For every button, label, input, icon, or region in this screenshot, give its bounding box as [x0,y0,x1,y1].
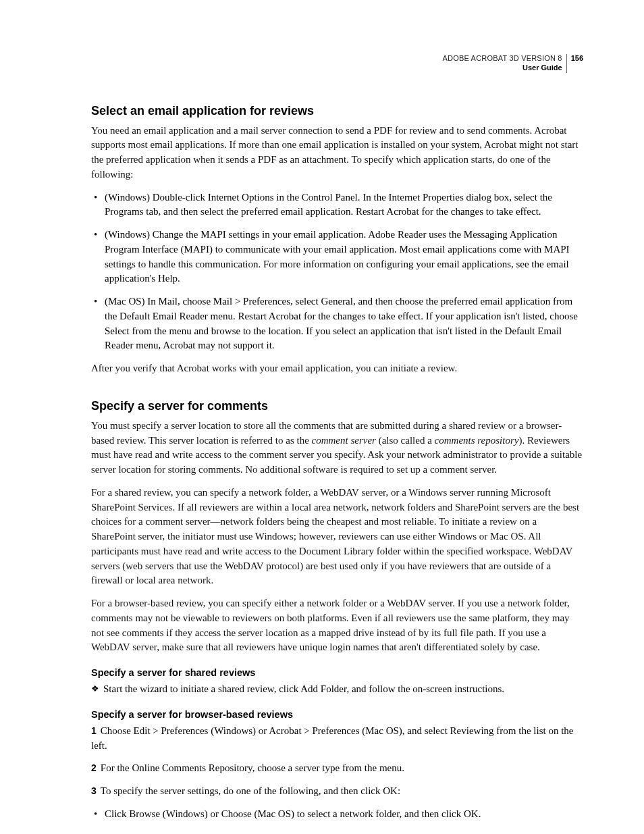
product-title: ADOBE ACROBAT 3D VERSION 8 [442,54,562,63]
doc-type: User Guide [442,63,562,73]
paragraph: For a browser-based review, you can spec… [91,596,583,655]
diamond-step: Start the wizard to initiate a shared re… [91,682,583,697]
paragraph: You must specify a server location to st… [91,419,583,477]
running-header: ADOBE ACROBAT 3D VERSION 8 User Guide 15… [91,54,583,73]
list-item: (Mac OS) In Mail, choose Mail > Preferen… [91,294,583,353]
document-page: ADOBE ACROBAT 3D VERSION 8 User Guide 15… [0,0,644,834]
step-text: Choose Edit > Preferences (Windows) or A… [91,725,574,751]
sub-bullet-item: Click Browse (Windows) or Choose (Mac OS… [91,807,583,822]
step-text: For the Online Comments Repository, choo… [101,762,404,773]
heading-server-comments: Specify a server for comments [91,399,583,413]
bullet-list: (Windows) Double-click Internet Options … [91,190,583,354]
heading-email-app: Select an email application for reviews [91,104,583,118]
paragraph: For a shared review, you can specify a n… [91,486,583,588]
step-2: 2For the Online Comments Repository, cho… [91,761,583,776]
step-number: 2 [91,762,97,773]
section-email-app: Select an email application for reviews … [91,104,583,376]
list-item: (Windows) Double-click Internet Options … [91,190,583,220]
step-number: 3 [91,785,97,796]
step-number: 1 [91,725,97,736]
step-3: 3To specify the server settings, do one … [91,784,583,799]
step-1: 1Choose Edit > Preferences (Windows) or … [91,724,583,754]
italic-term: comment server [312,435,376,446]
subheading-browser: Specify a server for browser-based revie… [91,709,583,720]
list-item: (Windows) Change the MAPI settings in yo… [91,228,583,286]
intro-paragraph: You need an email application and a mail… [91,124,583,182]
page-number: 156 [567,54,583,73]
header-titles: ADOBE ACROBAT 3D VERSION 8 User Guide [442,54,566,73]
italic-term: comments repository [435,435,519,446]
subheading-shared: Specify a server for shared reviews [91,667,583,678]
section-server-comments: Specify a server for comments You must s… [91,399,583,822]
text-run: (also called a [376,435,435,446]
step-text: To specify the server settings, do one o… [101,785,400,796]
closing-paragraph: After you verify that Acrobat works with… [91,361,583,376]
